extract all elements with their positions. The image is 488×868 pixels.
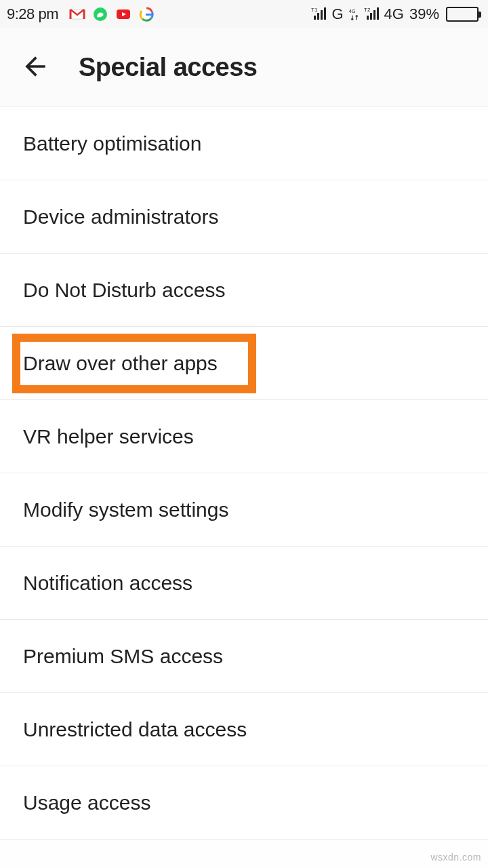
settings-item-unrestricted-data-access[interactable]: Unrestricted data access [0,693,488,766]
battery-percent: 39% [409,5,439,23]
settings-item-label: Modify system settings [23,498,228,521]
settings-item-label: Device administrators [23,205,218,229]
status-time: 9:28 pm [7,5,58,23]
settings-item-label: Usage access [23,791,150,814]
settings-item-device-administrators[interactable]: Device administrators [0,180,488,254]
svg-text:4G: 4G [348,8,355,14]
settings-item-label: Do Not Disturb access [23,279,225,302]
settings-item-notification-access[interactable]: Notification access [0,547,488,620]
settings-item-battery-optimisation[interactable]: Battery optimisation [0,107,488,180]
watermark: wsxdn.com [430,852,481,863]
settings-item-label: Draw over other apps [23,352,218,375]
status-app-icons [69,6,155,22]
svg-text:T1: T1 [311,7,318,13]
settings-item-premium-sms-access[interactable]: Premium SMS access [0,620,488,693]
gmail-icon [69,6,85,22]
arrow-left-icon [20,52,50,84]
battery-icon [446,7,479,22]
page-title: Special access [79,53,257,82]
network1-type: G [331,5,343,23]
settings-item-vr-helper-services[interactable]: VR helper services [0,400,488,473]
status-bar-right: T1 G 4G T2 4G 39% [311,5,479,23]
signal-sim2-icon: T2 [364,6,380,22]
settings-item-modify-system-settings[interactable]: Modify system settings [0,473,488,547]
settings-item-label: VR helper services [23,425,194,448]
settings-item-label: Notification access [23,572,192,595]
data-4g-icon: 4G [348,6,361,22]
settings-item-label: Premium SMS access [23,645,223,668]
whatsapp-icon [92,6,108,22]
back-button[interactable] [11,43,60,92]
status-bar: 9:28 pm T1 G 4G T2 4G 39% [0,0,488,28]
settings-item-draw-over-other-apps[interactable]: Draw over other apps [0,327,488,400]
settings-list: Battery optimisationDevice administrator… [0,107,488,840]
youtube-icon [115,6,131,22]
settings-item-label: Unrestricted data access [23,718,247,741]
settings-item-label: Battery optimisation [23,132,201,155]
svg-text:T2: T2 [364,7,371,13]
svg-rect-4 [146,14,152,16]
status-bar-left: 9:28 pm [7,5,155,23]
google-icon [138,6,155,22]
settings-item-usage-access[interactable]: Usage access [0,766,488,840]
settings-item-do-not-disturb-access[interactable]: Do Not Disturb access [0,254,488,327]
app-header: Special access [0,28,488,107]
network2-type: 4G [384,5,404,23]
signal-sim1-icon: T1 [311,6,327,22]
